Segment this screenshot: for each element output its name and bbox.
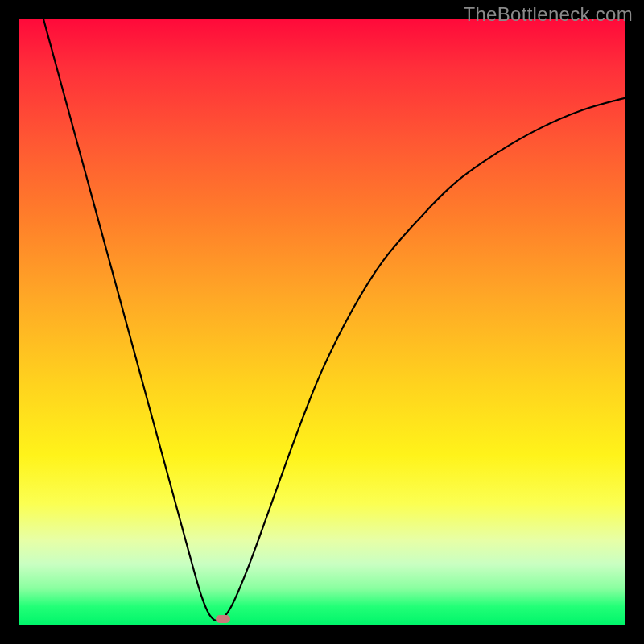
minimum-marker (216, 615, 230, 623)
plot-area (19, 19, 625, 625)
watermark-text: TheBottleneck.com (463, 3, 633, 26)
chart-frame: TheBottleneck.com (0, 0, 644, 644)
curve-svg (19, 19, 625, 625)
bottleneck-curve (43, 19, 625, 621)
